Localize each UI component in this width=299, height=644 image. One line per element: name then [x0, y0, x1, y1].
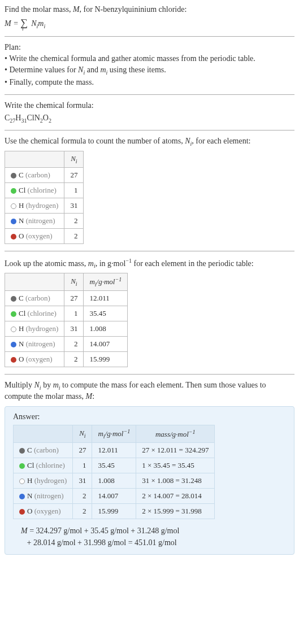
- element-symbol: O: [19, 232, 24, 240]
- element-name: (hydrogen): [32, 476, 67, 485]
- chem-h-sub: 31: [21, 117, 27, 123]
- count-value: 2: [64, 352, 84, 367]
- plan-section: Plan: • Write the chemical formula and g…: [5, 42, 294, 88]
- count-text: Use the chemical formula to count the nu…: [5, 137, 185, 145]
- table-row: H (hydrogen)311.008: [5, 321, 128, 337]
- mass-value: 35.45: [92, 458, 136, 473]
- table-row: N (nitrogen)2: [5, 213, 84, 228]
- element-cell: C (carbon): [5, 291, 64, 306]
- element-dot-icon: [19, 448, 25, 454]
- lookup-text: , in g·mol: [96, 259, 126, 267]
- divider: [5, 130, 294, 130]
- table-header-row: Ni mi/g·mol−1: [5, 273, 128, 291]
- mass-product: 1 × 35.45 = 35.45: [136, 458, 215, 473]
- table-row: Cl (chlorine)135.45: [5, 306, 128, 321]
- element-cell: C (carbon): [14, 443, 73, 458]
- header-element: [14, 425, 73, 443]
- table-row: C (carbon)27: [5, 167, 84, 182]
- count-value: 1: [64, 306, 84, 321]
- hdr-ni: i: [76, 158, 77, 164]
- element-name: (oxygen): [24, 355, 52, 363]
- divider: [5, 36, 294, 37]
- eq-line1: = 324.297 g/mol + 35.45 g/mol + 31.248 g…: [28, 526, 180, 535]
- count-value: 27: [64, 167, 84, 182]
- plan-bullet: • Write the chemical formula and gather …: [5, 54, 294, 64]
- count-value: 31: [64, 198, 84, 213]
- element-dot-icon: [19, 509, 25, 515]
- hdr-m: m: [98, 429, 103, 438]
- table-row: N (nitrogen)214.007: [5, 337, 128, 352]
- mass-value: 15.999: [84, 352, 128, 367]
- element-dot-icon: [19, 494, 25, 499]
- formula-m: m: [38, 19, 44, 28]
- element-dot-icon: [11, 311, 16, 317]
- plan-title: Plan:: [5, 42, 294, 53]
- hdr-mass-exp: −1: [189, 429, 196, 435]
- mass-value: 35.45: [84, 306, 128, 321]
- mass-value: 15.999: [92, 504, 136, 519]
- plan-m: m: [100, 66, 106, 74]
- header-element: [5, 151, 64, 168]
- table-row: C (carbon)2712.01127 × 12.011 = 324.297: [14, 443, 215, 458]
- table-row: C (carbon)2712.011: [5, 291, 128, 306]
- count-value: 2: [73, 489, 92, 504]
- element-symbol: H: [19, 324, 24, 333]
- count-value: 31: [73, 473, 92, 489]
- header-mi: mi/g·mol−1: [84, 273, 128, 291]
- mult-text: :: [92, 392, 94, 401]
- element-name: (nitrogen): [24, 340, 55, 348]
- hdr-n: N: [71, 154, 76, 163]
- chem-n: N: [34, 114, 40, 122]
- element-dot-icon: [11, 357, 16, 363]
- chem-h: H: [15, 114, 21, 122]
- element-symbol: Cl: [27, 461, 34, 469]
- molar-mass-formula: M = ∑i Nimi: [5, 17, 294, 29]
- element-symbol: N: [19, 340, 24, 348]
- element-symbol: H: [27, 476, 32, 485]
- mult-n: N: [34, 381, 40, 389]
- formula-mi: i: [44, 23, 45, 29]
- element-symbol: C: [19, 171, 24, 179]
- mult-M: M: [85, 392, 92, 401]
- element-cell: Cl (chlorine): [5, 306, 64, 321]
- plan-bullet: • Determine values for Ni and mi using t…: [5, 65, 294, 76]
- count-value: 2: [73, 504, 92, 519]
- mass-value: 1.008: [84, 321, 128, 337]
- lookup-intro: Look up the atomic mass, mi, in g·mol−1 …: [5, 257, 294, 269]
- hdr-unit: /g·mol: [97, 278, 115, 286]
- count-text: , for each element:: [192, 137, 250, 145]
- count-value: 2: [64, 337, 84, 352]
- multiply-section: Multiply Ni by mi to compute the mass fo…: [5, 380, 294, 555]
- element-name: (oxygen): [32, 507, 60, 515]
- count-value: 2: [64, 228, 84, 243]
- divider: [5, 94, 294, 95]
- table-row: O (oxygen)215.9992 × 15.999 = 31.998: [14, 504, 215, 519]
- header-element: [5, 273, 64, 291]
- eq-line2: + 28.014 g/mol + 31.998 g/mol = 451.01 g…: [27, 538, 177, 547]
- element-cell: C (carbon): [5, 167, 64, 182]
- element-symbol: C: [19, 294, 24, 302]
- divider: [5, 251, 294, 251]
- header-ni: Ni: [64, 151, 84, 168]
- mass-value: 1.008: [92, 473, 136, 489]
- element-dot-icon: [11, 203, 16, 209]
- mult-text: Multiply: [5, 381, 34, 389]
- chemical-formula: C27H31ClN2O2: [5, 114, 294, 124]
- formula-lhs: M =: [5, 19, 20, 28]
- element-name: (nitrogen): [24, 216, 55, 225]
- plan-text: • Determine values for: [5, 66, 78, 74]
- table-header-row: Ni: [5, 151, 84, 168]
- element-dot-icon: [11, 296, 16, 302]
- chem-o-sub: 2: [49, 117, 51, 123]
- element-cell: H (hydrogen): [5, 198, 64, 213]
- lookup-m: m: [88, 259, 94, 267]
- table-row: Cl (chlorine)1: [5, 182, 84, 198]
- table-header-row: Ni mi/g·mol−1 mass/g·mol−1: [14, 425, 215, 443]
- element-symbol: N: [19, 216, 24, 225]
- element-dot-icon: [11, 234, 16, 240]
- chem-c: C: [5, 114, 10, 122]
- eq-m: M: [21, 526, 28, 535]
- count-section: Use the chemical formula to count the nu…: [5, 136, 294, 243]
- mass-value: 12.011: [92, 443, 136, 458]
- plan-text: and: [85, 66, 100, 74]
